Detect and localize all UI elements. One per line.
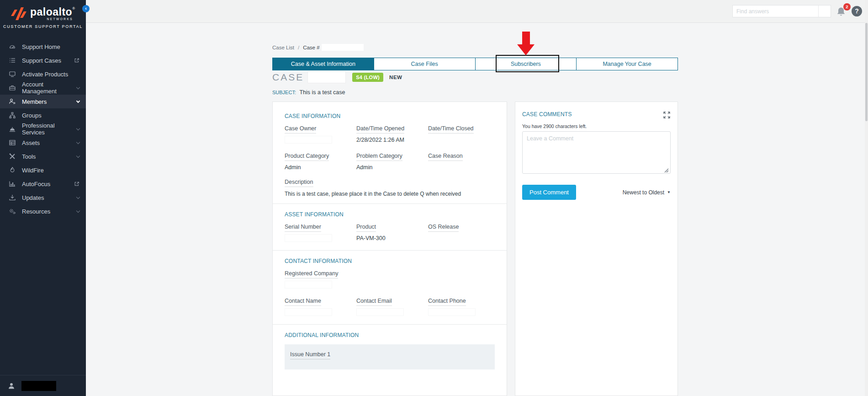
breadcrumb-current: Case # (303, 45, 319, 50)
tab-case-files[interactable]: Case Files (374, 58, 476, 70)
field-label-contact-phone: Contact Phone (428, 298, 496, 306)
field-value-os-release (428, 235, 496, 242)
sidebar-item-updates[interactable]: Updates (0, 191, 86, 204)
sidebar-item-account-management[interactable]: Account Management (0, 81, 86, 95)
sidebar-item-autofocus[interactable]: AutoFocus (0, 177, 86, 191)
field-label-os-release: OS Release (428, 224, 496, 232)
chevron-down-icon (76, 85, 80, 89)
notifications-button[interactable]: 2 (836, 6, 847, 19)
portal-title: CUSTOMER SUPPORT PORTAL (0, 24, 86, 29)
sidebar-item-support-cases[interactable]: Support Cases (0, 54, 86, 67)
breadcrumb: Case List / Case # (272, 44, 364, 51)
field-value-date-closed (428, 137, 496, 144)
page-scrollbar (865, 0, 868, 396)
field-label-contact-name: Contact Name (285, 298, 356, 306)
redacted-case-id (307, 71, 346, 83)
sidebar-item-tools[interactable]: Tools (0, 150, 86, 163)
sidebar-item-wildfire[interactable]: WildFire (0, 163, 86, 177)
sidebar-item-label: AutoFocus (22, 181, 74, 187)
search-input[interactable] (733, 5, 816, 17)
section-heading-case-comments: CASE COMMENTS (522, 111, 572, 118)
field-value-case-reason (428, 164, 496, 171)
section-heading-case-information: CASE INFORMATION (285, 113, 495, 119)
help-button[interactable]: ? (852, 6, 862, 16)
scrollbar-thumb[interactable] (865, 23, 868, 121)
chevron-down-icon (76, 195, 80, 198)
subject-value: This is a test case (299, 89, 345, 96)
field-value-description: This is a test case, please place it in … (285, 191, 495, 197)
field-value-product-category: Admin (285, 164, 356, 171)
additional-info-band: Issue Number 1 (285, 344, 495, 369)
resize-handle-icon[interactable] (664, 168, 669, 173)
hierarchy-icon (8, 112, 16, 119)
gears-icon (8, 208, 16, 215)
sidebar-item-resources[interactable]: Resources (0, 204, 86, 218)
user-icon (7, 382, 16, 390)
search-box (732, 5, 831, 17)
case-comments-card: CASE COMMENTS You have 2900 characters l… (515, 102, 678, 396)
sidebar-item-label: Groups (22, 112, 79, 119)
sidebar-item-label: Members (22, 98, 77, 105)
sidebar-collapse-button[interactable]: ‹ (82, 5, 90, 12)
field-label-date-opened: Date/Time Opened (356, 125, 428, 134)
field-value-problem-category: Admin (356, 164, 428, 171)
paloalto-logo-icon (11, 7, 26, 20)
case-title-row: CASE S4 (LOW) NEW (272, 71, 402, 83)
tab-case-asset-information[interactable]: Case & Asset Information (272, 58, 374, 70)
tools-icon (8, 153, 16, 160)
sidebar: paloalto® NETWORKS CUSTOMER SUPPORT PORT… (0, 0, 86, 396)
field-label-contact-email: Contact Email (356, 298, 428, 306)
post-comment-button[interactable]: Post Comment (522, 185, 576, 200)
sidebar-item-activate-products[interactable]: Activate Products (0, 67, 86, 81)
chevron-down-icon (76, 99, 80, 102)
sidebar-item-groups[interactable]: Groups (0, 108, 86, 122)
main-content: Case List / Case # Case & Asset Informat… (86, 23, 865, 396)
field-value-product: PA-VM-300 (356, 235, 428, 242)
annotation-rectangle (496, 55, 559, 72)
severity-badge: S4 (LOW) (352, 73, 383, 82)
sidebar-item-label: Updates (22, 194, 77, 201)
field-label-case-owner: Case Owner (285, 125, 356, 134)
field-label-serial-number: Serial Number (285, 224, 356, 232)
section-divider (273, 250, 507, 251)
sidebar-item-assets[interactable]: Assets (0, 136, 86, 150)
characters-left-text: You have 2900 characters left. (522, 123, 671, 129)
chevron-down-icon (76, 154, 80, 157)
tab-manage-your-case[interactable]: Manage Your Case (577, 58, 678, 70)
download-icon (8, 194, 16, 201)
expand-icon[interactable] (663, 111, 671, 119)
notification-badge: 2 (843, 3, 851, 11)
sidebar-item-professional-services[interactable]: Professional Services (0, 122, 86, 136)
field-value-date-opened: 2/28/2022 1:26 AM (356, 137, 428, 144)
briefcase-icon (8, 84, 16, 91)
annotation-arrow (522, 32, 530, 44)
brand-logo[interactable]: paloalto® NETWORKS (0, 0, 86, 21)
subject-label: SUBJECT: (272, 90, 296, 95)
breadcrumb-separator: / (298, 45, 299, 50)
redacted-case-owner (285, 136, 332, 144)
field-label-problem-category: Problem Category (356, 153, 428, 161)
redacted-username (21, 381, 56, 391)
breadcrumb-case-list-link[interactable]: Case List (272, 45, 294, 50)
redacted-contact-email (356, 308, 404, 316)
external-link-icon (74, 181, 79, 187)
sidebar-user-row[interactable] (0, 375, 86, 396)
field-label-registered-company: Registered Company (285, 270, 495, 278)
monitor-icon (8, 70, 16, 78)
case-detail-card: CASE INFORMATION Case Owner Date/Time Op… (272, 102, 507, 396)
sidebar-item-label: WildFire (22, 167, 79, 174)
brand-reg: ® (72, 6, 75, 11)
caret-down-icon: ▼ (667, 190, 671, 194)
sort-dropdown[interactable]: Newest to Oldest ▼ (623, 189, 671, 196)
flame-icon (8, 166, 16, 174)
sidebar-item-label: Support Home (22, 43, 79, 50)
comment-input[interactable] (522, 131, 671, 174)
sidebar-item-label: Support Cases (22, 57, 74, 64)
service-bell-icon (8, 125, 16, 133)
sidebar-item-members[interactable]: Members (0, 95, 86, 108)
field-label-description: Description (285, 179, 495, 187)
sort-label: Newest to Oldest (623, 189, 664, 196)
section-heading-asset-information: ASSET INFORMATION (285, 211, 495, 218)
section-divider (273, 324, 507, 325)
sidebar-item-support-home[interactable]: Support Home (0, 40, 86, 54)
